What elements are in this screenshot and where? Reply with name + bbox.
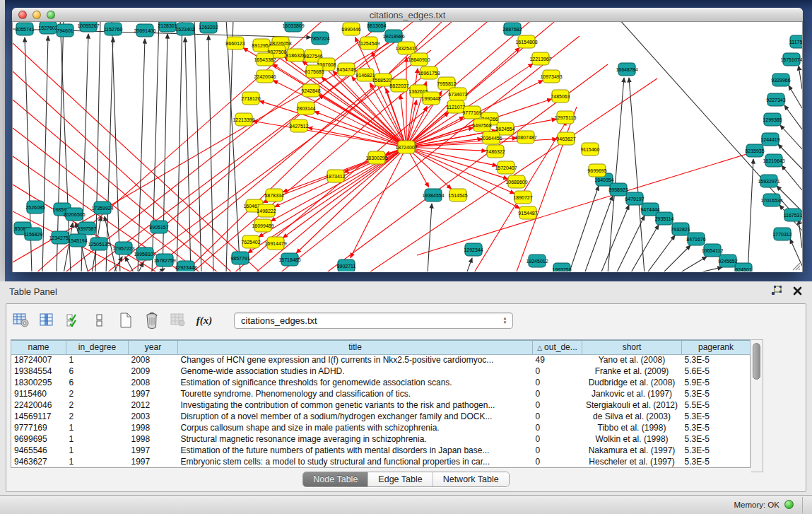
graph-edge[interactable] [784, 105, 802, 129]
table-cell[interactable]: 9115460 [11, 388, 66, 399]
graph-edge[interactable] [163, 34, 167, 271]
table-cell[interactable]: Embryonic stem cells: a model to study s… [178, 456, 533, 467]
table-row[interactable]: 911546021997Tourette syndrome. Phenomeno… [11, 388, 751, 399]
show-columns-icon[interactable] [38, 311, 57, 329]
table-cell[interactable]: 5.3E-5 [682, 422, 751, 433]
close-icon[interactable] [793, 286, 802, 296]
table-cell[interactable]: Franke et al. (2009) [582, 366, 682, 377]
table-cell[interactable]: 0 [533, 433, 582, 445]
graph-edge[interactable] [194, 22, 201, 271]
table-cell[interactable]: 0 [533, 422, 582, 433]
graph-edge[interactable] [569, 186, 599, 271]
graph-edge[interactable] [782, 165, 802, 190]
column-header-short[interactable]: short [582, 340, 682, 354]
table-cell[interactable]: 0 [533, 366, 582, 377]
graph-edge[interactable] [208, 35, 213, 271]
table-cell[interactable]: 1998 [129, 422, 178, 433]
table-cell[interactable]: 5.3E-5 [682, 433, 751, 445]
table-cell[interactable]: 1997 [129, 456, 178, 467]
graph-edge[interactable] [662, 245, 690, 271]
table-row[interactable]: 1830029562008Estimation of significance … [11, 377, 751, 388]
graph-edge[interactable] [694, 267, 722, 271]
table-cell[interactable]: 18300295 [11, 377, 66, 388]
table-cell[interactable]: 0 [533, 445, 582, 456]
graph-edge[interactable] [584, 196, 613, 271]
graph-edge[interactable] [466, 258, 472, 271]
table-cell[interactable]: Nakamura et al. (1997) [582, 445, 682, 456]
table-row[interactable]: 946362711997Embryonic stem cells: a mode… [11, 456, 751, 467]
graph-edge[interactable] [226, 22, 240, 271]
table-cell[interactable]: 0 [533, 399, 582, 411]
new-column-icon[interactable] [117, 311, 135, 329]
table-cell[interactable]: 6 [66, 366, 129, 377]
delete-column-icon[interactable] [143, 311, 161, 329]
table-cell[interactable]: 5.3E-5 [682, 388, 751, 399]
function-builder-icon[interactable]: f(x) [195, 311, 213, 329]
graph-edge[interactable] [647, 235, 675, 271]
attribute-table[interactable]: namein_degreeyeartitle△out_de...shortpag… [11, 339, 751, 468]
graph-edge[interactable] [780, 125, 802, 149]
graph-edge[interactable] [428, 204, 432, 271]
graph-edge[interactable] [601, 205, 629, 271]
table-cell[interactable]: 9777169 [11, 422, 66, 433]
table-cell[interactable]: 9465546 [11, 445, 66, 456]
table-cell[interactable]: Corpus callosum shape and size in male p… [178, 422, 533, 433]
table-cell[interactable]: Disruption of a novel member of a sodium… [178, 411, 533, 422]
table-cell[interactable]: Hescheler et al. (1997) [582, 456, 682, 467]
graph-edge[interactable] [799, 66, 802, 89]
graph-edge[interactable] [226, 22, 233, 271]
table-cell[interactable]: 1998 [129, 433, 178, 445]
table-row[interactable]: 977716911998Corpus callosum shape and si… [11, 422, 751, 433]
table-row[interactable]: 969969511998Structural magnetic resonanc… [11, 433, 751, 445]
table-cell[interactable]: Structural magnetic resonance image aver… [178, 433, 533, 445]
column-header-out_de[interactable]: △out_de... [533, 340, 582, 354]
network-canvas[interactable]: 2055741152760279460110055267115276020691… [13, 22, 802, 272]
graph-edge[interactable] [308, 128, 406, 147]
table-row[interactable]: 1456911722003Disruption of a novel membe… [11, 411, 751, 422]
table-cell[interactable]: Tibbo et al. (1998) [582, 422, 682, 433]
network-graph[interactable]: 2055741152760279460110055267115276020691… [13, 22, 802, 271]
table-cell[interactable]: 5.3E-5 [682, 456, 751, 467]
tab-edge-table[interactable]: Edge Table [368, 472, 433, 486]
graph-edge[interactable] [155, 269, 165, 271]
table-scrollbar[interactable] [751, 339, 763, 472]
table-row[interactable]: 1872400712008Changes of HCN gene express… [11, 354, 751, 366]
graph-edge[interactable] [152, 22, 159, 271]
tab-network-table[interactable]: Network Table [433, 472, 509, 486]
table-cell[interactable]: 1997 [129, 388, 178, 399]
table-row[interactable]: 2242004622012Investigating the contribut… [11, 399, 751, 411]
graph-edge[interactable] [799, 220, 802, 248]
table-cell[interactable]: 9463627 [11, 456, 66, 467]
table-cell[interactable]: 5.3E-5 [682, 411, 751, 422]
table-cell[interactable]: 0 [533, 456, 582, 467]
row-options-icon[interactable] [90, 311, 109, 329]
table-cell[interactable]: 1 [66, 422, 129, 433]
table-cell[interactable]: 1 [66, 456, 129, 467]
resize-grip-icon[interactable] [791, 261, 801, 271]
table-scrollbar-thumb[interactable] [753, 343, 760, 380]
column-header-pagerank[interactable]: pagerank [682, 340, 751, 354]
graph-edge[interactable] [185, 37, 191, 271]
table-row[interactable]: 946554611997Estimation of the future num… [11, 445, 751, 456]
graph-edge[interactable] [296, 147, 406, 253]
table-cell[interactable]: 49 [533, 354, 582, 366]
table-cell[interactable]: 2008 [129, 377, 178, 388]
table-selector-dropdown[interactable]: citations_edges.txt ▲▼ [234, 313, 513, 329]
column-header-year[interactable]: year [129, 340, 178, 354]
table-cell[interactable]: Changes of HCN gene expression and I(f) … [178, 354, 533, 366]
table-cell[interactable]: 5.6E-5 [682, 366, 751, 377]
table-cell[interactable]: 0 [533, 377, 582, 388]
table-cell[interactable]: 2008 [129, 354, 178, 366]
column-header-name[interactable]: name [11, 340, 66, 354]
table-cell[interactable]: de Silva et al. (2003) [582, 411, 682, 422]
select-columns-icon[interactable] [64, 311, 83, 329]
table-cell[interactable]: 2003 [129, 411, 178, 422]
table-cell[interactable]: Jankovic et al. (1997) [582, 388, 682, 399]
window-titlebar[interactable]: citations_edges.txt [12, 8, 803, 22]
float-window-icon[interactable] [771, 286, 783, 296]
graph-edge[interactable] [748, 159, 753, 271]
graph-edge[interactable] [191, 22, 491, 271]
table-cell[interactable]: 1 [66, 354, 129, 366]
graph-edge[interactable] [106, 37, 113, 271]
table-cell[interactable]: 2012 [129, 399, 178, 411]
